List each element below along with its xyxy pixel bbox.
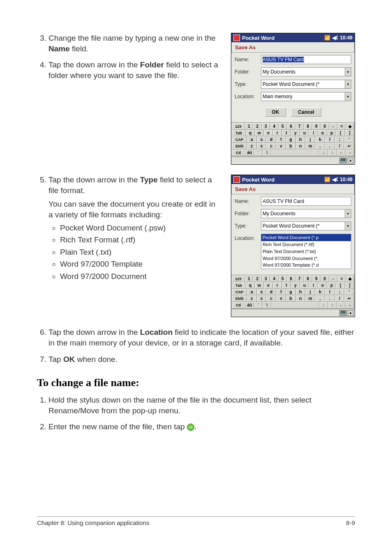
kb-key[interactable]: ↓ [319, 302, 328, 309]
kb-key[interactable]: ← [337, 150, 346, 156]
kb-key[interactable]: h [296, 289, 306, 295]
kb-key[interactable]: a [247, 136, 257, 143]
kb-key[interactable]: ` [254, 150, 263, 156]
kb-key[interactable]: - [329, 276, 338, 282]
kb-key[interactable]: ; [335, 136, 345, 143]
kb-key[interactable]: g [286, 136, 296, 143]
kb-key[interactable]: ; [335, 289, 345, 295]
type-dropdown-list[interactable]: Pocket Word Document (*.p Rich Text Docu… [261, 234, 351, 269]
kb-key[interactable]: Tab [232, 130, 246, 136]
kb-key[interactable]: k [315, 289, 325, 295]
kb-key[interactable]: m [305, 143, 315, 150]
kb-key[interactable]: ] [345, 130, 354, 136]
chevron-down-icon[interactable]: ▼ [345, 80, 351, 88]
kb-key[interactable]: → [346, 302, 354, 309]
kb-key[interactable]: q [246, 282, 255, 289]
dropdown-item[interactable]: Pocket Word Document (*.p [261, 234, 351, 241]
kb-key[interactable]: d [266, 136, 276, 143]
kb-key[interactable]: / [335, 295, 345, 302]
kb-key[interactable]: t [282, 130, 291, 136]
kb-spacebar[interactable] [271, 150, 319, 156]
kb-key[interactable]: \ [263, 302, 271, 309]
chevron-down-icon[interactable]: ▼ [345, 92, 351, 101]
kb-key[interactable]: y [291, 282, 300, 289]
kb-key[interactable]: w [255, 130, 264, 136]
kb-key[interactable]: ↑ [328, 150, 337, 156]
kb-key[interactable]: b [286, 295, 296, 302]
kb-key[interactable]: w [255, 282, 264, 289]
kb-key[interactable]: 6 [287, 276, 295, 282]
kb-key[interactable]: x [257, 143, 267, 150]
kb-key[interactable]: 2 [253, 123, 262, 130]
kb-key[interactable]: ↑ [328, 302, 337, 309]
kb-key[interactable]: 5 [279, 123, 287, 130]
kb-key[interactable]: \ [263, 150, 271, 156]
kb-key[interactable]: → [346, 150, 354, 156]
kb-key[interactable]: CAP [232, 136, 247, 143]
chevron-down-icon[interactable]: ▼ [345, 68, 351, 76]
kb-key[interactable]: 3 [262, 276, 270, 282]
kb-key[interactable]: d [266, 289, 276, 295]
kb-key[interactable]: l [325, 289, 335, 295]
up-arrow-icon[interactable]: ▲ [348, 310, 353, 316]
kb-key[interactable]: / [335, 143, 345, 150]
kb-key[interactable]: x [257, 295, 267, 302]
kb-key[interactable]: r [273, 282, 282, 289]
kb-key[interactable]: v [276, 143, 286, 150]
save-as-tab[interactable]: Save As [231, 184, 355, 194]
kb-key[interactable]: ↵ [344, 143, 354, 150]
kb-key[interactable]: e [264, 282, 273, 289]
kb-key[interactable]: = [337, 123, 346, 130]
chevron-down-icon[interactable]: ▼ [345, 222, 351, 230]
kb-key[interactable]: l [325, 136, 335, 143]
location-field[interactable]: Main memory▼ [261, 92, 351, 101]
kb-key[interactable]: y [291, 130, 300, 136]
kb-spacebar[interactable] [271, 302, 319, 309]
kb-key[interactable]: b [286, 143, 296, 150]
dropdown-item[interactable]: Word 97/2000 Document (*. [261, 255, 351, 262]
kb-key[interactable]: 7 [295, 123, 304, 130]
kb-key[interactable]: áü [245, 150, 254, 156]
kb-key[interactable]: 8 [304, 123, 312, 130]
kb-key[interactable]: c [266, 143, 276, 150]
kb-key[interactable]: q [246, 130, 255, 136]
kb-key[interactable]: . [325, 143, 335, 150]
kb-key[interactable]: o [318, 130, 327, 136]
ok-button[interactable]: OK [265, 108, 286, 117]
kb-key[interactable]: 4 [270, 276, 279, 282]
kb-key[interactable]: , [315, 295, 325, 302]
kb-key[interactable]: f [276, 136, 286, 143]
kb-key[interactable]: ↵ [344, 295, 354, 302]
kb-key[interactable]: [ [336, 130, 345, 136]
type-field[interactable]: Pocket Word Document (*▼ [261, 80, 351, 89]
kb-key[interactable]: t [282, 282, 291, 289]
kb-key[interactable]: 9 [312, 276, 321, 282]
kb-key[interactable]: v [276, 295, 286, 302]
kb-key[interactable]: p [327, 282, 336, 289]
kb-key[interactable]: s [257, 136, 267, 143]
kb-key[interactable]: s [257, 289, 267, 295]
kb-key[interactable]: a [247, 289, 257, 295]
kb-key[interactable]: Ctl [232, 302, 245, 309]
kb-key[interactable]: 7 [295, 276, 304, 282]
kb-key[interactable]: CAP [232, 289, 247, 295]
kb-key[interactable]: i [309, 130, 318, 136]
kb-key[interactable]: 8 [304, 276, 312, 282]
kb-key[interactable]: áü [245, 302, 254, 309]
up-arrow-icon[interactable]: ▲ [348, 158, 353, 164]
cancel-button[interactable]: Cancel [291, 108, 321, 117]
kb-key[interactable]: m [305, 295, 315, 302]
kb-key[interactable]: ` [254, 302, 263, 309]
kb-key[interactable]: 1 [245, 276, 254, 282]
kb-key[interactable]: j [305, 289, 315, 295]
kb-key[interactable]: 9 [312, 123, 321, 130]
kb-key[interactable]: k [315, 136, 325, 143]
kb-key[interactable]: i [309, 282, 318, 289]
kb-key[interactable]: j [305, 136, 315, 143]
kb-key[interactable]: ' [344, 289, 354, 295]
kb-key[interactable]: [ [336, 282, 345, 289]
kb-key[interactable]: z [247, 143, 257, 150]
kb-key[interactable]: 4 [270, 123, 279, 130]
folder-field[interactable]: My Documents▼ [261, 209, 351, 218]
chevron-down-icon[interactable]: ▼ [345, 210, 351, 218]
